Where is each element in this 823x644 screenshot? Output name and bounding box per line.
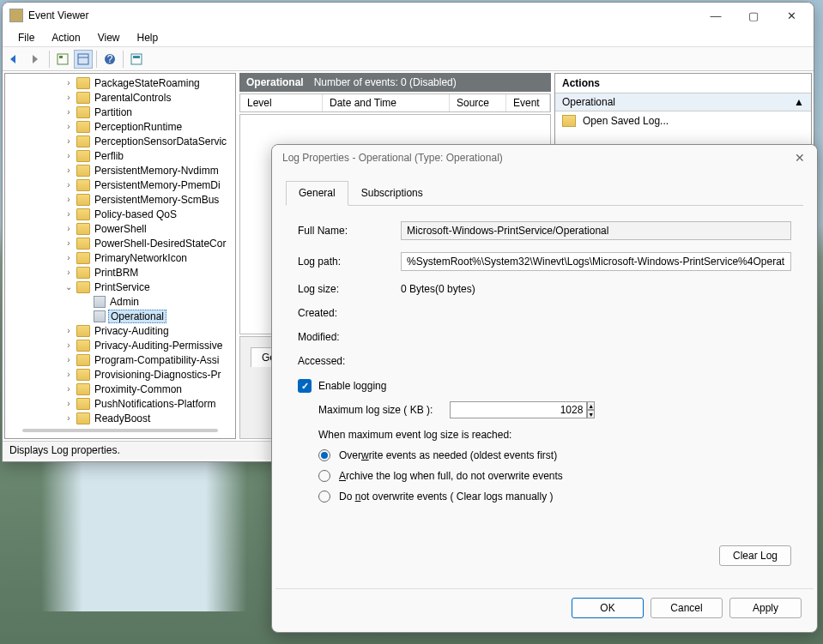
tree-item-admin[interactable]: Admin	[5, 294, 235, 309]
expand-icon[interactable]: ›	[64, 107, 74, 117]
expand-icon[interactable]: ›	[64, 122, 74, 131]
tree-item-label: Program-Compatibility-Assi	[93, 354, 221, 366]
spin-down-button[interactable]: ▼	[587, 410, 595, 418]
help-button[interactable]: ?	[100, 50, 119, 69]
events-header: Operational Number of events: 0 (Disable…	[239, 73, 551, 92]
expand-icon[interactable]: ›	[64, 224, 74, 233]
tree-item-program-compatibility-assi[interactable]: ›Program-Compatibility-Assi	[5, 352, 235, 367]
col-level[interactable]: Level	[240, 94, 323, 111]
menu-action[interactable]: Action	[43, 29, 88, 46]
tree-item-persistentmemory-pmemdi[interactable]: ›PersistentMemory-PmemDi	[5, 178, 235, 192]
expand-icon[interactable]: ›	[64, 384, 74, 394]
expand-icon[interactable]: ›	[64, 195, 74, 204]
tree-item-readyboost[interactable]: ›ReadyBoost	[5, 411, 235, 425]
show-tree-button[interactable]	[53, 50, 72, 69]
expand-icon[interactable]: ›	[64, 78, 74, 87]
tree-item-privacy-auditing-permissive[interactable]: ›Privacy-Auditing-Permissive	[5, 338, 235, 352]
radio-do-not-overwrite[interactable]: Do not overwrite events ( Clear logs man…	[318, 491, 791, 503]
tree-item-label: Proximity-Common	[93, 383, 184, 395]
expand-icon[interactable]: ›	[64, 166, 74, 175]
folder-icon	[76, 106, 90, 118]
expand-icon[interactable]: ›	[64, 399, 74, 408]
close-button[interactable]: ✕	[772, 3, 810, 27]
tree-item-printbrm[interactable]: ›PrintBRM	[5, 265, 235, 280]
tree-item-privacy-auditing[interactable]: ›Privacy-Auditing	[5, 323, 235, 338]
tree-item-printservice[interactable]: ⌄PrintService	[5, 280, 235, 294]
radio-overwrite[interactable]: Overwrite events as needed (oldest event…	[318, 449, 791, 461]
tree-item-operational[interactable]: Operational	[5, 309, 235, 323]
cancel-button[interactable]: Cancel	[651, 598, 723, 618]
expand-icon[interactable]: ⌄	[64, 282, 74, 292]
tree-item-provisioning-diagnostics-pr[interactable]: ›Provisioning-Diagnostics-Pr	[5, 367, 235, 382]
tree-item-label: Partition	[93, 106, 134, 118]
tree-item-label: Perflib	[93, 150, 125, 162]
tree-item-policy-based-qos[interactable]: ›Policy-based QoS	[5, 207, 235, 221]
full-name-field[interactable]	[401, 221, 791, 240]
spin-up-button[interactable]: ▲	[587, 401, 595, 410]
expand-icon[interactable]: ›	[64, 253, 74, 262]
tree-item-persistentmemory-scmbus[interactable]: ›PersistentMemory-ScmBus	[5, 192, 235, 207]
menu-help[interactable]: Help	[129, 29, 167, 46]
maximize-button[interactable]: ▢	[735, 3, 772, 27]
tree-item-powershell-desiredstatecor[interactable]: ›PowerShell-DesiredStateCor	[5, 236, 235, 250]
expand-icon[interactable]: ›	[64, 355, 74, 364]
full-name-label: Full Name:	[298, 225, 401, 237]
back-button[interactable]	[6, 50, 25, 69]
folder-icon	[76, 369, 90, 381]
enable-logging-checkbox[interactable]: ✓ Enable logging	[298, 379, 791, 393]
col-date[interactable]: Date and Time	[323, 94, 450, 111]
col-event[interactable]: Event	[506, 94, 550, 111]
collapse-icon[interactable]: ▲	[794, 96, 804, 108]
tree-item-pushnotifications-platform[interactable]: ›PushNotifications-Platform	[5, 396, 235, 411]
tree-item-perceptionruntime[interactable]: ›PerceptionRuntime	[5, 119, 235, 134]
clear-log-button[interactable]: Clear Log	[719, 545, 791, 566]
expand-icon[interactable]: ›	[64, 340, 74, 350]
tree-item-perceptionsensordataservic[interactable]: ›PerceptionSensorDataServic	[5, 134, 235, 148]
expand-icon[interactable]: ›	[64, 370, 74, 379]
expand-icon[interactable]: ›	[64, 268, 74, 277]
tree-item-powershell[interactable]: ›PowerShell	[5, 221, 235, 236]
log-path-field[interactable]	[401, 252, 791, 271]
tree-item-packagestateroaming[interactable]: ›PackageStateRoaming	[5, 75, 235, 90]
expand-icon[interactable]: ›	[64, 209, 74, 219]
action-open-saved-log[interactable]: Open Saved Log...	[555, 111, 811, 130]
expand-icon[interactable]: ›	[64, 413, 74, 423]
tree-item-label: PowerShell	[93, 223, 148, 235]
dialog-close-button[interactable]: ✕	[786, 147, 814, 169]
titlebar[interactable]: Event Viewer — ▢ ✕	[3, 3, 814, 28]
tree-item-primarynetworkicon[interactable]: ›PrimaryNetworkIcon	[5, 250, 235, 265]
expand-icon[interactable]: ›	[64, 326, 74, 335]
col-source[interactable]: Source	[450, 94, 506, 111]
expand-icon[interactable]: ›	[64, 136, 74, 146]
tree-item-proximity-common[interactable]: ›Proximity-Common	[5, 382, 235, 396]
menu-file[interactable]: File	[9, 29, 43, 46]
apply-button[interactable]: Apply	[729, 598, 802, 618]
tab-subscriptions[interactable]: Subscriptions	[348, 181, 436, 205]
expand-icon[interactable]: ›	[64, 238, 74, 248]
log-path-label: Log path:	[298, 256, 401, 268]
max-size-input[interactable]	[450, 401, 587, 418]
radio-unchecked-icon	[318, 491, 330, 503]
tree[interactable]: ›PackageStateRoaming›ParentalControls›Pa…	[5, 74, 235, 438]
tree-item-persistentmemory-nvdimm[interactable]: ›PersistentMemory-Nvdimm	[5, 163, 235, 178]
radio-archive[interactable]: Archive the log when full, do not overwr…	[318, 470, 791, 482]
expand-icon[interactable]: ›	[64, 151, 74, 160]
ok-button[interactable]: OK	[572, 598, 644, 618]
actions-subheader[interactable]: Operational ▲	[555, 93, 811, 111]
folder-icon	[76, 252, 90, 264]
max-size-spinner[interactable]: ▲ ▼	[450, 401, 570, 418]
tree-item-perflib[interactable]: ›Perflib	[5, 148, 235, 163]
tab-general[interactable]: General	[286, 181, 348, 206]
menu-view[interactable]: View	[89, 29, 129, 46]
app-icon	[9, 9, 23, 22]
minimize-button[interactable]: —	[697, 3, 735, 27]
tree-item-parentalcontrols[interactable]: ›ParentalControls	[5, 90, 235, 105]
forward-button[interactable]	[27, 50, 45, 69]
refresh-button[interactable]	[127, 50, 146, 69]
expand-icon[interactable]: ›	[64, 180, 74, 190]
radio-checked-icon	[318, 449, 330, 461]
svg-rect-0	[57, 54, 68, 64]
tree-item-partition[interactable]: ›Partition	[5, 105, 235, 119]
properties-button[interactable]	[74, 50, 93, 69]
expand-icon[interactable]: ›	[64, 93, 74, 102]
